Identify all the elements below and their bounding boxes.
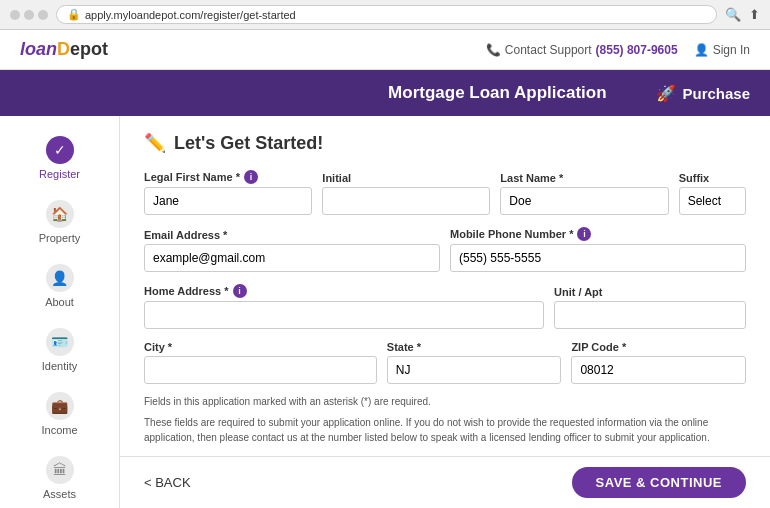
email-label: Email Address *: [144, 229, 440, 241]
suffix-select[interactable]: Select Jr. Sr. II III: [679, 187, 746, 215]
bottom-actions: < BACK SAVE & CONTINUE: [120, 456, 770, 508]
required-note: Fields in this application marked with a…: [144, 396, 746, 407]
contact-row: Email Address * Mobile Phone Number * i: [144, 227, 746, 272]
sidebar-item-identity[interactable]: 🪪 Identity: [0, 318, 119, 382]
sidebar-item-about[interactable]: 👤 About: [0, 254, 119, 318]
browser-icons: 🔍 ⬆: [725, 7, 760, 22]
share-icon[interactable]: ⬆: [749, 7, 760, 22]
state-select[interactable]: NJ ALAKAZAR CACOCTDE FLGAHIID ILINIAKS K…: [387, 356, 562, 384]
property-icon: 🏠: [46, 200, 74, 228]
name-row: Legal First Name * i Initial Last Name *…: [144, 170, 746, 215]
phone-label: Mobile Phone Number * i: [450, 227, 746, 241]
zip-label: ZIP Code *: [571, 341, 746, 353]
sign-in-label: Sign In: [713, 43, 750, 57]
assets-icon: 🏛: [46, 456, 74, 484]
city-state-zip-row: City * State * NJ ALAKAZAR CACOCTDE FLGA…: [144, 341, 746, 384]
first-name-label: Legal First Name * i: [144, 170, 312, 184]
email-input[interactable]: [144, 244, 440, 272]
sidebar-label-property: Property: [39, 232, 81, 244]
header-purchase: 🚀 Purchase: [656, 84, 750, 103]
unit-input[interactable]: [554, 301, 746, 329]
sidebar-label-identity: Identity: [42, 360, 77, 372]
browser-dot-3: [38, 10, 48, 20]
contact-label: Contact Support: [505, 43, 592, 57]
first-name-group: Legal First Name * i: [144, 170, 312, 215]
income-icon: 💼: [46, 392, 74, 420]
sidebar-label-about: About: [45, 296, 74, 308]
address-row: Home Address * i Unit / Apt: [144, 284, 746, 329]
suffix-label: Suffix: [679, 172, 746, 184]
disclaimer-1: These fields are required to submit your…: [144, 415, 746, 445]
lock-icon: 🔒: [67, 8, 81, 21]
browser-bar: 🔒 apply.myloandepot.com/register/get-sta…: [0, 0, 770, 30]
home-address-group: Home Address * i: [144, 284, 544, 329]
last-name-label: Last Name *: [500, 172, 668, 184]
sidebar-label-register: Register: [39, 168, 80, 180]
last-name-input[interactable]: [500, 187, 668, 215]
content-area: ✏️ Let's Get Started! Legal First Name *…: [120, 116, 770, 456]
purchase-label: Purchase: [682, 85, 750, 102]
header-bar: Mortgage Loan Application 🚀 Purchase: [0, 70, 770, 116]
home-address-input[interactable]: [144, 301, 544, 329]
contact-support: 📞 Contact Support (855) 807-9605: [486, 43, 678, 57]
sidebar-item-assets[interactable]: 🏛 Assets: [0, 446, 119, 508]
browser-dot-2: [24, 10, 34, 20]
about-icon: 👤: [46, 264, 74, 292]
sidebar-item-property[interactable]: 🏠 Property: [0, 190, 119, 254]
zip-group: ZIP Code *: [571, 341, 746, 384]
initial-group: Initial: [322, 172, 490, 215]
sidebar-item-register[interactable]: ✓ Register: [0, 126, 119, 190]
identity-icon: 🪪: [46, 328, 74, 356]
page-title-text: Let's Get Started!: [174, 133, 323, 154]
save-continue-button[interactable]: SAVE & CONTINUE: [572, 467, 746, 498]
person-icon: 👤: [694, 43, 709, 57]
top-nav: loanDepot 📞 Contact Support (855) 807-96…: [0, 30, 770, 70]
phone-input[interactable]: [450, 244, 746, 272]
phone-group: Mobile Phone Number * i: [450, 227, 746, 272]
phone-icon: 📞: [486, 43, 501, 57]
first-name-info-icon[interactable]: i: [244, 170, 258, 184]
city-input[interactable]: [144, 356, 377, 384]
state-group: State * NJ ALAKAZAR CACOCTDE FLGAHIID IL…: [387, 341, 562, 384]
unit-label: Unit / Apt: [554, 286, 746, 298]
rocket-icon: 🚀: [656, 84, 676, 103]
url-text: apply.myloandepot.com/register/get-start…: [85, 9, 296, 21]
state-label: State *: [387, 341, 562, 353]
suffix-group: Suffix Select Jr. Sr. II III: [679, 172, 746, 215]
phone-number[interactable]: (855) 807-9605: [596, 43, 678, 57]
browser-dot-1: [10, 10, 20, 20]
last-name-group: Last Name *: [500, 172, 668, 215]
back-button[interactable]: < BACK: [144, 475, 191, 490]
sidebar: ✓ Register 🏠 Property 👤 About 🪪 Identity…: [0, 116, 120, 508]
city-label: City *: [144, 341, 377, 353]
nav-right: 📞 Contact Support (855) 807-9605 👤 Sign …: [486, 43, 750, 57]
address-info-icon[interactable]: i: [233, 284, 247, 298]
home-address-label: Home Address * i: [144, 284, 544, 298]
zip-input[interactable]: [571, 356, 746, 384]
sidebar-item-income[interactable]: 💼 Income: [0, 382, 119, 446]
header-title: Mortgage Loan Application: [338, 83, 656, 103]
edit-icon: ✏️: [144, 132, 166, 154]
sidebar-label-income: Income: [41, 424, 77, 436]
main-container: ✓ Register 🏠 Property 👤 About 🪪 Identity…: [0, 116, 770, 508]
sidebar-label-assets: Assets: [43, 488, 76, 500]
logo: loanDepot: [20, 39, 108, 60]
unit-group: Unit / Apt: [554, 286, 746, 329]
browser-dots: [10, 10, 48, 20]
initial-label: Initial: [322, 172, 490, 184]
initial-input[interactable]: [322, 187, 490, 215]
page-title: ✏️ Let's Get Started!: [144, 132, 746, 154]
address-bar[interactable]: 🔒 apply.myloandepot.com/register/get-sta…: [56, 5, 717, 24]
email-group: Email Address *: [144, 229, 440, 272]
sign-in-link[interactable]: 👤 Sign In: [694, 43, 750, 57]
register-icon: ✓: [46, 136, 74, 164]
search-icon[interactable]: 🔍: [725, 7, 741, 22]
city-group: City *: [144, 341, 377, 384]
phone-info-icon[interactable]: i: [577, 227, 591, 241]
first-name-input[interactable]: [144, 187, 312, 215]
